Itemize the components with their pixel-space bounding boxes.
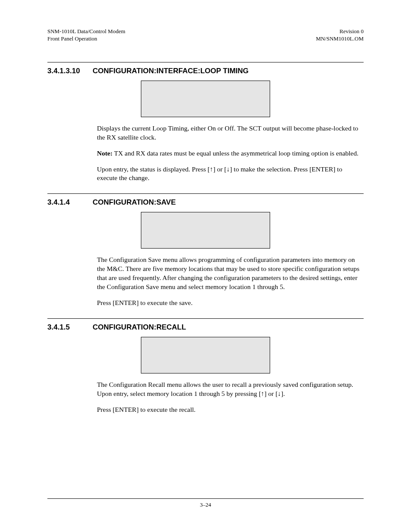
arrow-up-icon: ↑ xyxy=(210,165,213,173)
section-heading: 3.4.1.5 CONFIGURATION:RECALL xyxy=(47,323,364,332)
section-number: 3.4.1.3.10 xyxy=(47,67,93,75)
section-number: 3.4.1.4 xyxy=(47,198,93,207)
header-revision: Revision 0 xyxy=(316,28,364,35)
arrow-up-icon: ↑ xyxy=(261,390,265,397)
section-recall: 3.4.1.5 CONFIGURATION:RECALL The Configu… xyxy=(47,318,364,414)
arrow-down-icon: ↓ xyxy=(227,165,230,173)
paragraph: Press [ENTER] to execute the save. xyxy=(97,299,364,308)
paragraph: Press [ENTER] to execute the recall. xyxy=(97,405,364,414)
section-heading: 3.4.1.3.10 CONFIGURATION:INTERFACE:LOOP … xyxy=(47,67,364,75)
display-placeholder xyxy=(141,81,270,117)
header-docnum: MN/SNM1010L.OM xyxy=(316,35,364,43)
section-number: 3.4.1.5 xyxy=(47,323,93,332)
text-fragment: Upon entry, the status is displayed. Pre… xyxy=(97,165,210,173)
text-fragment: ]. xyxy=(281,390,285,397)
note-paragraph: Note: TX and RX data rates must be equal… xyxy=(97,149,364,158)
text-fragment: ] or [ xyxy=(213,165,227,173)
section-title: CONFIGURATION:INTERFACE:LOOP TIMING xyxy=(93,67,364,75)
header-section: Front Panel Operation xyxy=(47,35,125,43)
display-placeholder xyxy=(141,212,270,249)
note-text: TX and RX data rates must be equal unles… xyxy=(112,149,358,157)
section-heading: 3.4.1.4 CONFIGURATION:SAVE xyxy=(47,198,364,207)
page-header: SNM-1010L Data/Control Modem Front Panel… xyxy=(47,28,364,43)
text-fragment: ] or [ xyxy=(265,390,278,397)
header-left: SNM-1010L Data/Control Modem Front Panel… xyxy=(47,28,125,43)
section-title: CONFIGURATION:SAVE xyxy=(93,198,364,207)
display-placeholder xyxy=(141,337,270,373)
paragraph: The Configuration Save menu allows progr… xyxy=(97,255,364,292)
note-label: Note: xyxy=(97,149,112,157)
page-number: 3–24 xyxy=(200,501,211,508)
section-save: 3.4.1.4 CONFIGURATION:SAVE The Configura… xyxy=(47,193,364,308)
section-title: CONFIGURATION:RECALL xyxy=(93,323,364,332)
body-text: The Configuration Save menu allows progr… xyxy=(97,255,364,308)
header-product: SNM-1010L Data/Control Modem xyxy=(47,28,125,35)
body-text: The Configuration Recall menu allows the… xyxy=(97,380,364,414)
body-text: Displays the current Loop Timing, either… xyxy=(97,124,364,183)
paragraph: Displays the current Loop Timing, either… xyxy=(97,124,364,142)
page-footer: 3–24 xyxy=(47,498,364,508)
paragraph: The Configuration Recall menu allows the… xyxy=(97,380,364,398)
paragraph: Upon entry, the status is displayed. Pre… xyxy=(97,165,364,183)
text-fragment: The Configuration Recall menu allows the… xyxy=(97,381,353,397)
section-loop-timing: 3.4.1.3.10 CONFIGURATION:INTERFACE:LOOP … xyxy=(47,62,364,183)
header-right: Revision 0 MN/SNM1010L.OM xyxy=(316,28,364,43)
